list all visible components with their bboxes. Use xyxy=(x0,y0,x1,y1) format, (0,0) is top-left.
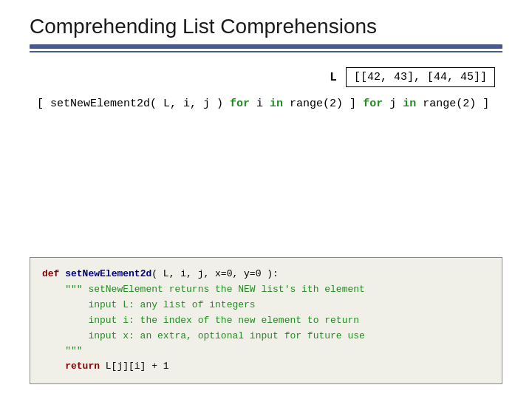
keyword-def: def xyxy=(42,268,59,279)
comp-range2: range(2) ] xyxy=(416,98,489,110)
divider-thin xyxy=(30,51,502,52)
keyword-return: return xyxy=(42,361,100,372)
code-line-1: def setNewElement2d( L, i, j, x=0, y=0 )… xyxy=(42,267,490,282)
code-line-4: input i: the index of the new element to… xyxy=(42,313,490,329)
fn-name: setNewElement2d xyxy=(65,268,151,279)
comp-prefix: [ setNewElement2d( L, i, j ) xyxy=(37,98,230,110)
page-container: Comprehending List Comprehensions L [[42… xyxy=(0,0,532,399)
comp-j: j xyxy=(383,98,403,110)
comp-i: i xyxy=(250,98,270,110)
variable-display: L [[42, 43], [44, 45]] xyxy=(30,67,502,87)
docstring-end: """ xyxy=(42,345,83,356)
comp-in2: in xyxy=(403,98,416,110)
code-line-2: """ setNewElement returns the NEW list's… xyxy=(42,282,490,298)
code-line-6: """ xyxy=(42,344,490,359)
fn-params: ( L, i, j, x=0, y=0 ): xyxy=(151,268,279,279)
code-line-5: input x: an extra, optional input for fu… xyxy=(42,329,490,344)
comp-in1: in xyxy=(270,98,283,110)
comp-range1: range(2) ] xyxy=(283,98,363,110)
comprehension-line: [ setNewElement2d( L, i, j ) for i in ra… xyxy=(30,98,502,110)
code-block: def setNewElement2d( L, i, j, x=0, y=0 )… xyxy=(30,257,502,384)
docstring-inputl: input L: any list of integers xyxy=(42,299,256,310)
comp-for2: for xyxy=(363,98,383,110)
comp-for1: for xyxy=(230,98,250,110)
docstring-inputi: input i: the index of the new element to… xyxy=(42,315,359,326)
return-expr: L[j][i] + 1 xyxy=(100,361,169,372)
docstring-start: """ setNewElement returns the NEW list's… xyxy=(42,284,365,295)
code-line-7: return L[j][i] + 1 xyxy=(42,359,490,375)
var-value-box: [[42, 43], [44, 45]] xyxy=(346,67,495,87)
page-title: Comprehending List Comprehensions xyxy=(30,15,502,38)
divider-thick xyxy=(30,44,502,49)
code-line-3: input L: any list of integers xyxy=(42,298,490,313)
docstring-inputx: input x: an extra, optional input for fu… xyxy=(42,330,365,341)
var-label: L xyxy=(330,71,337,84)
